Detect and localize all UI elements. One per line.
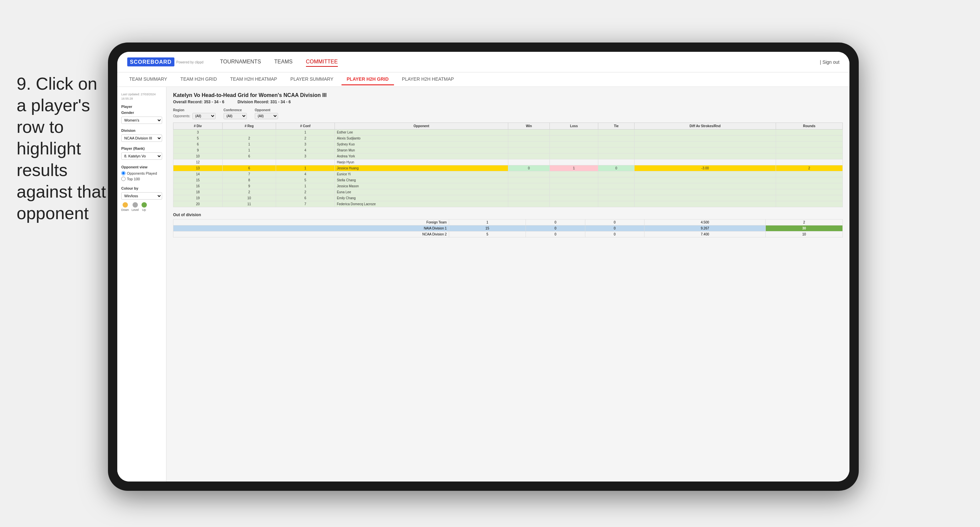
right-area: Katelyn Vo Head-to-Head Grid for Women's… xyxy=(166,87,850,481)
filter-conference: Conference (All) xyxy=(224,108,247,119)
gender-label: Gender xyxy=(121,111,162,114)
instruction-body: Click on a player's row to highlight res… xyxy=(17,74,106,223)
ood-table-row[interactable]: Foreign Team1004.5002 xyxy=(173,219,843,225)
table-row[interactable]: 19106Emily Chang xyxy=(173,195,843,201)
grid-title: Katelyn Vo Head-to-Head Grid for Women's… xyxy=(173,92,843,98)
out-of-division-title: Out of division xyxy=(173,213,843,217)
table-row[interactable]: 1063Andrea York xyxy=(173,153,843,159)
last-updated: Last Updated: 27/03/2024 16:55:28 xyxy=(121,92,162,101)
table-row[interactable]: 613Sydney Kuo xyxy=(173,141,843,148)
ood-table-row[interactable]: NCAA Division 25007.40010 xyxy=(173,232,843,237)
nav-right: | Sign out xyxy=(820,59,840,65)
th-opponent: Opponent xyxy=(334,123,508,130)
table-row[interactable]: 1822Euna Lee xyxy=(173,189,843,195)
th-win: Win xyxy=(508,123,550,130)
legend: Down Level Up xyxy=(121,202,162,211)
th-rounds: Rounds xyxy=(776,123,842,130)
instruction-text: 9. Click on a player's row to highlight … xyxy=(17,73,110,224)
nav-links: TOURNAMENTS TEAMS COMMITTEE xyxy=(220,57,820,67)
table-row[interactable]: 522Alexis Sudjianto xyxy=(173,135,843,141)
table-row[interactable]: 20117Federica Domecq Lacroze xyxy=(173,201,843,207)
table-row[interactable]: 1585Stella Chang xyxy=(173,177,843,183)
table-row[interactable]: 914Sharon Mun xyxy=(173,148,843,153)
subnav-player-summary[interactable]: PLAYER SUMMARY xyxy=(285,74,339,85)
record-row: Overall Record: 353 - 34 - 6 Division Re… xyxy=(173,100,843,104)
gender-select[interactable]: Women's xyxy=(121,117,162,124)
h2h-table: # Div # Reg # Conf Opponent Win Loss Tie… xyxy=(173,122,843,207)
legend-level-dot xyxy=(132,202,138,208)
th-reg: # Reg xyxy=(222,123,276,130)
ood-table: Foreign Team1004.5002NAIA Division 11500… xyxy=(173,219,843,237)
division-select[interactable]: NCAA Division III xyxy=(121,135,162,142)
table-row[interactable]: 1691Jessica Mason xyxy=(173,183,843,189)
legend-down: Down xyxy=(121,202,129,211)
subnav-team-h2h-heatmap[interactable]: TEAM H2H HEATMAP xyxy=(225,74,282,85)
sign-out-button[interactable]: Sign out xyxy=(822,59,840,65)
th-conf: # Conf xyxy=(276,123,335,130)
colour-by-select[interactable]: Win/loss xyxy=(121,192,162,200)
tablet-frame: SCOREBOARD Powered by clippd TOURNAMENTS… xyxy=(108,43,859,491)
division-label: Division xyxy=(121,129,162,132)
logo-sub: Powered by clippd xyxy=(177,60,204,64)
nav-bar: SCOREBOARD Powered by clippd TOURNAMENTS… xyxy=(117,52,850,72)
th-tie: Tie xyxy=(598,123,634,130)
colour-by-section: Colour by Win/loss Down Level xyxy=(121,186,162,211)
legend-level: Level xyxy=(132,202,139,211)
logo: SCOREBOARD Powered by clippd xyxy=(127,57,203,67)
player-rank-select[interactable]: 8. Katelyn Vo xyxy=(121,152,162,160)
colour-by-label: Colour by xyxy=(121,186,162,190)
opponent-view-label: Opponent view xyxy=(121,165,162,169)
table-row[interactable]: 1361Jessica Huang010-3.002 xyxy=(173,165,843,171)
step-number: 9. xyxy=(17,74,31,93)
nav-tournaments[interactable]: TOURNAMENTS xyxy=(220,57,261,67)
division-record: Division Record: 331 - 34 - 6 xyxy=(237,100,291,104)
opponent-view-section: Opponent view Opponents Played Top 100 xyxy=(121,165,162,181)
opponent-select[interactable]: (All) xyxy=(255,113,278,119)
overall-record: Overall Record: 353 - 34 - 6 xyxy=(173,100,224,104)
th-div: # Div xyxy=(173,123,223,130)
left-panel: Last Updated: 27/03/2024 16:55:28 Player… xyxy=(117,87,166,481)
logo-box: SCOREBOARD xyxy=(127,57,174,67)
nav-committee[interactable]: COMMITTEE xyxy=(306,57,338,67)
table-row[interactable]: 12Haejo Hyun xyxy=(173,159,843,165)
subnav-team-h2h-grid[interactable]: TEAM H2H GRID xyxy=(175,74,222,85)
filters-row: Region Opponents: (All) Conference (All) xyxy=(173,108,843,119)
out-of-division: Out of division Foreign Team1004.5002NAI… xyxy=(173,213,843,237)
filter-opponent: Opponent (All) xyxy=(255,108,278,119)
player-section: Player Gender Women's Division NCAA Divi… xyxy=(121,105,162,160)
filter-region: Region Opponents: (All) xyxy=(173,108,216,119)
subnav-player-h2h-heatmap[interactable]: PLAYER H2H HEATMAP xyxy=(397,74,460,85)
opponents-played-radio[interactable]: Opponents Played xyxy=(121,171,162,175)
conference-select[interactable]: (All) xyxy=(224,113,247,119)
legend-up: Up xyxy=(142,202,147,211)
legend-down-dot xyxy=(123,202,128,208)
table-row[interactable]: 31Esther Lee xyxy=(173,130,843,135)
subnav-team-summary[interactable]: TEAM SUMMARY xyxy=(124,74,172,85)
nav-teams[interactable]: TEAMS xyxy=(274,57,293,67)
table-header-row: # Div # Reg # Conf Opponent Win Loss Tie… xyxy=(173,123,843,130)
legend-up-dot xyxy=(142,202,147,208)
region-select[interactable]: (All) xyxy=(192,113,216,119)
ood-table-row[interactable]: NAIA Division 115009.26730 xyxy=(173,225,843,232)
tablet-screen: SCOREBOARD Powered by clippd TOURNAMENTS… xyxy=(117,52,850,481)
th-loss: Loss xyxy=(550,123,598,130)
th-diff: Diff Av Strokes/Rnd xyxy=(635,123,776,130)
top-100-radio[interactable]: Top 100 xyxy=(121,177,162,181)
main-content: Last Updated: 27/03/2024 16:55:28 Player… xyxy=(117,87,850,481)
subnav-player-h2h-grid[interactable]: PLAYER H2H GRID xyxy=(342,74,394,85)
player-rank-label: Player (Rank) xyxy=(121,146,162,151)
table-row[interactable]: 1474Eunice Yi xyxy=(173,171,843,177)
player-label: Player xyxy=(121,105,162,109)
sub-nav: TEAM SUMMARY TEAM H2H GRID TEAM H2H HEAT… xyxy=(117,72,850,87)
